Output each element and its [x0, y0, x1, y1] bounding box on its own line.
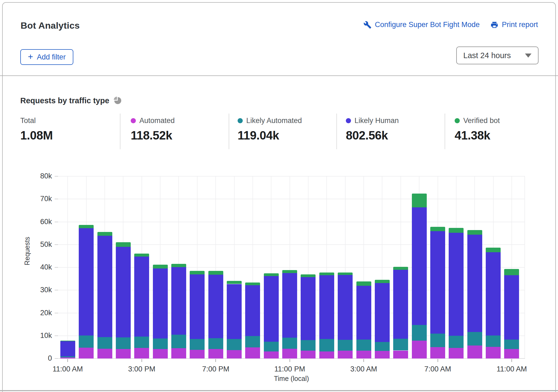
bar-segment-likely-human[interactable] [282, 273, 297, 338]
bar-segment-likely-human[interactable] [190, 274, 205, 339]
bar-segment-likely-human[interactable] [245, 285, 260, 336]
bar-segment-likely-human[interactable] [356, 286, 371, 340]
bar-segment-likely-automated[interactable] [356, 340, 371, 351]
bar-segment-automated[interactable] [227, 350, 242, 358]
bar-segment-verified-bot[interactable] [190, 271, 205, 274]
bar-segment-likely-automated[interactable] [79, 335, 94, 348]
bar-segment-likely-human[interactable] [449, 233, 464, 336]
bar-segment-verified-bot[interactable] [282, 270, 297, 273]
bar-segment-likely-automated[interactable] [375, 342, 390, 351]
bar-segment-likely-human[interactable] [116, 247, 131, 337]
bar-segment-likely-human[interactable] [60, 341, 75, 356]
bar-segment-likely-automated[interactable] [190, 339, 205, 350]
bar-segment-automated[interactable] [393, 351, 408, 358]
bar-segment-likely-automated[interactable] [97, 337, 112, 349]
bar-segment-likely-automated[interactable] [338, 340, 353, 351]
bar-segment-automated[interactable] [97, 349, 112, 358]
bar-segment-automated[interactable] [430, 347, 445, 358]
bar-segment-likely-automated[interactable] [245, 336, 260, 347]
bar-segment-likely-automated[interactable] [301, 340, 316, 351]
bar-segment-verified-bot[interactable] [208, 271, 223, 275]
bar-segment-verified-bot[interactable] [504, 269, 519, 275]
bar-segment-automated[interactable] [171, 348, 186, 358]
bar-segment-likely-human[interactable] [171, 267, 186, 334]
bar-segment-automated[interactable] [116, 349, 131, 358]
bar-segment-likely-human[interactable] [319, 275, 334, 339]
bar-segment-automated[interactable] [412, 341, 427, 358]
bar-segment-likely-human[interactable] [153, 268, 168, 338]
bar-segment-automated[interactable] [375, 351, 390, 358]
bar-segment-likely-automated[interactable] [430, 334, 445, 347]
bar-segment-automated[interactable] [338, 351, 353, 358]
bar-segment-verified-bot[interactable] [264, 273, 279, 276]
bar-segment-verified-bot[interactable] [301, 274, 316, 277]
bar-segment-likely-human[interactable] [504, 275, 519, 340]
bar-segment-likely-automated[interactable] [504, 340, 519, 349]
bar-segment-likely-automated[interactable] [449, 336, 464, 348]
bar-segment-automated[interactable] [60, 357, 75, 358]
bar-segment-likely-automated[interactable] [134, 337, 149, 348]
bar-segment-likely-human[interactable] [467, 235, 482, 332]
bar-segment-automated[interactable] [190, 350, 205, 358]
bar-segment-verified-bot[interactable] [116, 242, 131, 247]
bar-segment-verified-bot[interactable] [356, 281, 371, 286]
bar-segment-verified-bot[interactable] [245, 283, 260, 285]
bar-segment-automated[interactable] [356, 351, 371, 358]
bar-segment-verified-bot[interactable] [97, 232, 112, 236]
bar-segment-likely-automated[interactable] [227, 339, 242, 350]
bar-segment-verified-bot[interactable] [449, 228, 464, 233]
bar-segment-likely-human[interactable] [79, 228, 94, 335]
bar-segment-likely-human[interactable] [208, 275, 223, 338]
bar-segment-verified-bot[interactable] [393, 267, 408, 270]
bar-segment-likely-human[interactable] [412, 207, 427, 325]
bar-segment-automated[interactable] [208, 349, 223, 358]
bar-segment-likely-automated[interactable] [60, 356, 75, 357]
bar-segment-verified-bot[interactable] [227, 281, 242, 284]
bar-segment-verified-bot[interactable] [375, 280, 390, 283]
bar-segment-automated[interactable] [486, 347, 501, 358]
bar-segment-verified-bot[interactable] [60, 341, 75, 341]
bar-segment-verified-bot[interactable] [338, 273, 353, 275]
bar-segment-likely-human[interactable] [97, 236, 112, 337]
bar-segment-likely-automated[interactable] [486, 335, 501, 347]
bar-segment-likely-automated[interactable] [264, 342, 279, 351]
bar-segment-automated[interactable] [282, 349, 297, 358]
bar-segment-likely-automated[interactable] [282, 338, 297, 348]
bar-segment-likely-human[interactable] [393, 270, 408, 338]
bar-segment-automated[interactable] [264, 351, 279, 358]
bar-segment-automated[interactable] [504, 349, 519, 358]
bar-segment-automated[interactable] [467, 346, 482, 358]
bar-segment-likely-human[interactable] [486, 252, 501, 335]
bar-segment-likely-automated[interactable] [393, 339, 408, 351]
bar-segment-likely-human[interactable] [264, 276, 279, 342]
requests-chart[interactable]: 010k20k30k40k50k60k70k80k11:00 AM3:00 PM… [0, 0, 558, 392]
bar-segment-likely-human[interactable] [301, 277, 316, 340]
bar-segment-likely-automated[interactable] [153, 338, 168, 349]
bar-segment-automated[interactable] [79, 348, 94, 358]
bar-segment-likely-automated[interactable] [319, 339, 334, 351]
bar-segment-automated[interactable] [449, 348, 464, 358]
bar-segment-likely-human[interactable] [338, 275, 353, 340]
bar-segment-verified-bot[interactable] [412, 194, 427, 207]
bar-segment-automated[interactable] [319, 351, 334, 358]
bar-segment-automated[interactable] [134, 348, 149, 358]
bar-segment-automated[interactable] [301, 351, 316, 358]
bar-segment-likely-human[interactable] [227, 284, 242, 339]
bar-segment-likely-automated[interactable] [412, 325, 427, 341]
bar-segment-verified-bot[interactable] [467, 230, 482, 235]
bar-segment-likely-automated[interactable] [171, 335, 186, 348]
bar-segment-likely-human[interactable] [375, 283, 390, 342]
bar-segment-verified-bot[interactable] [134, 254, 149, 257]
bar-segment-verified-bot[interactable] [319, 273, 334, 275]
bar-segment-verified-bot[interactable] [153, 265, 168, 268]
bar-segment-likely-human[interactable] [430, 231, 445, 334]
bar-segment-verified-bot[interactable] [171, 264, 186, 267]
bar-segment-likely-human[interactable] [134, 257, 149, 337]
bar-segment-likely-automated[interactable] [467, 332, 482, 346]
bar-segment-automated[interactable] [245, 347, 260, 358]
bar-segment-verified-bot[interactable] [486, 248, 501, 253]
bar-segment-verified-bot[interactable] [430, 227, 445, 231]
bar-segment-likely-automated[interactable] [208, 338, 223, 349]
bar-segment-automated[interactable] [153, 349, 168, 358]
bar-segment-likely-automated[interactable] [116, 337, 131, 349]
